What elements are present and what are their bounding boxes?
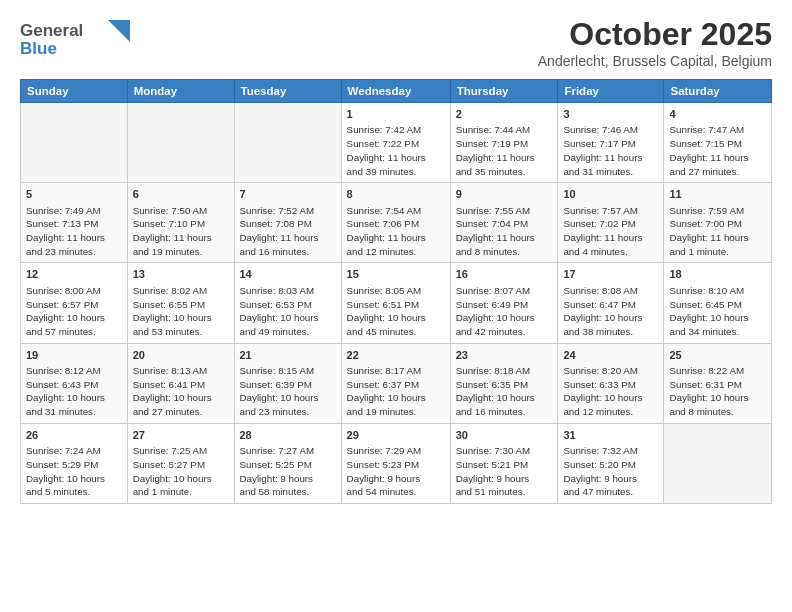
- calendar-cell-w2-d1: 5Sunrise: 7:49 AM Sunset: 7:13 PM Daylig…: [21, 183, 128, 263]
- day-info: Sunrise: 7:55 AM Sunset: 7:04 PM Dayligh…: [456, 204, 553, 259]
- day-number: 11: [669, 187, 766, 202]
- day-info: Sunrise: 8:00 AM Sunset: 6:57 PM Dayligh…: [26, 284, 122, 339]
- day-info: Sunrise: 7:47 AM Sunset: 7:15 PM Dayligh…: [669, 123, 766, 178]
- day-info: Sunrise: 7:24 AM Sunset: 5:29 PM Dayligh…: [26, 444, 122, 499]
- calendar-week-5: 26Sunrise: 7:24 AM Sunset: 5:29 PM Dayli…: [21, 423, 772, 503]
- calendar-cell-w1-d7: 4Sunrise: 7:47 AM Sunset: 7:15 PM Daylig…: [664, 103, 772, 183]
- day-info: Sunrise: 7:59 AM Sunset: 7:00 PM Dayligh…: [669, 204, 766, 259]
- day-info: Sunrise: 7:25 AM Sunset: 5:27 PM Dayligh…: [133, 444, 229, 499]
- calendar-cell-w2-d5: 9Sunrise: 7:55 AM Sunset: 7:04 PM Daylig…: [450, 183, 558, 263]
- day-number: 2: [456, 107, 553, 122]
- calendar-cell-w5-d1: 26Sunrise: 7:24 AM Sunset: 5:29 PM Dayli…: [21, 423, 128, 503]
- day-number: 16: [456, 267, 553, 282]
- calendar-cell-w3-d4: 15Sunrise: 8:05 AM Sunset: 6:51 PM Dayli…: [341, 263, 450, 343]
- logo: General Blue: [20, 16, 130, 64]
- col-tuesday: Tuesday: [234, 80, 341, 103]
- header: General Blue October 2025 Anderlecht, Br…: [20, 16, 772, 69]
- calendar-week-1: 1Sunrise: 7:42 AM Sunset: 7:22 PM Daylig…: [21, 103, 772, 183]
- calendar-cell-w3-d1: 12Sunrise: 8:00 AM Sunset: 6:57 PM Dayli…: [21, 263, 128, 343]
- calendar-cell-w4-d7: 25Sunrise: 8:22 AM Sunset: 6:31 PM Dayli…: [664, 343, 772, 423]
- col-wednesday: Wednesday: [341, 80, 450, 103]
- day-number: 21: [240, 348, 336, 363]
- day-number: 26: [26, 428, 122, 443]
- calendar-cell-w1-d6: 3Sunrise: 7:46 AM Sunset: 7:17 PM Daylig…: [558, 103, 664, 183]
- month-title: October 2025: [538, 16, 772, 53]
- calendar-cell-w4-d5: 23Sunrise: 8:18 AM Sunset: 6:35 PM Dayli…: [450, 343, 558, 423]
- calendar-cell-w2-d4: 8Sunrise: 7:54 AM Sunset: 7:06 PM Daylig…: [341, 183, 450, 263]
- location: Anderlecht, Brussels Capital, Belgium: [538, 53, 772, 69]
- day-info: Sunrise: 8:15 AM Sunset: 6:39 PM Dayligh…: [240, 364, 336, 419]
- page: General Blue October 2025 Anderlecht, Br…: [0, 0, 792, 516]
- day-number: 23: [456, 348, 553, 363]
- calendar-cell-w2-d3: 7Sunrise: 7:52 AM Sunset: 7:08 PM Daylig…: [234, 183, 341, 263]
- calendar-cell-w4-d6: 24Sunrise: 8:20 AM Sunset: 6:33 PM Dayli…: [558, 343, 664, 423]
- calendar-cell-w5-d2: 27Sunrise: 7:25 AM Sunset: 5:27 PM Dayli…: [127, 423, 234, 503]
- title-block: October 2025 Anderlecht, Brussels Capita…: [538, 16, 772, 69]
- day-info: Sunrise: 8:13 AM Sunset: 6:41 PM Dayligh…: [133, 364, 229, 419]
- day-number: 4: [669, 107, 766, 122]
- col-sunday: Sunday: [21, 80, 128, 103]
- day-info: Sunrise: 7:49 AM Sunset: 7:13 PM Dayligh…: [26, 204, 122, 259]
- calendar-cell-w3-d2: 13Sunrise: 8:02 AM Sunset: 6:55 PM Dayli…: [127, 263, 234, 343]
- calendar-cell-w1-d4: 1Sunrise: 7:42 AM Sunset: 7:22 PM Daylig…: [341, 103, 450, 183]
- calendar-week-4: 19Sunrise: 8:12 AM Sunset: 6:43 PM Dayli…: [21, 343, 772, 423]
- day-number: 3: [563, 107, 658, 122]
- day-number: 13: [133, 267, 229, 282]
- day-number: 14: [240, 267, 336, 282]
- day-number: 22: [347, 348, 445, 363]
- day-info: Sunrise: 8:05 AM Sunset: 6:51 PM Dayligh…: [347, 284, 445, 339]
- calendar-cell-w3-d3: 14Sunrise: 8:03 AM Sunset: 6:53 PM Dayli…: [234, 263, 341, 343]
- svg-text:Blue: Blue: [20, 39, 57, 58]
- day-info: Sunrise: 7:50 AM Sunset: 7:10 PM Dayligh…: [133, 204, 229, 259]
- calendar-cell-w2-d2: 6Sunrise: 7:50 AM Sunset: 7:10 PM Daylig…: [127, 183, 234, 263]
- day-number: 1: [347, 107, 445, 122]
- day-number: 19: [26, 348, 122, 363]
- col-monday: Monday: [127, 80, 234, 103]
- day-info: Sunrise: 8:10 AM Sunset: 6:45 PM Dayligh…: [669, 284, 766, 339]
- day-info: Sunrise: 8:02 AM Sunset: 6:55 PM Dayligh…: [133, 284, 229, 339]
- col-thursday: Thursday: [450, 80, 558, 103]
- day-info: Sunrise: 7:44 AM Sunset: 7:19 PM Dayligh…: [456, 123, 553, 178]
- day-number: 24: [563, 348, 658, 363]
- calendar-cell-w4-d2: 20Sunrise: 8:13 AM Sunset: 6:41 PM Dayli…: [127, 343, 234, 423]
- day-number: 6: [133, 187, 229, 202]
- calendar-table: Sunday Monday Tuesday Wednesday Thursday…: [20, 79, 772, 504]
- calendar-cell-w1-d1: [21, 103, 128, 183]
- day-number: 30: [456, 428, 553, 443]
- calendar-cell-w3-d5: 16Sunrise: 8:07 AM Sunset: 6:49 PM Dayli…: [450, 263, 558, 343]
- day-number: 15: [347, 267, 445, 282]
- calendar-week-3: 12Sunrise: 8:00 AM Sunset: 6:57 PM Dayli…: [21, 263, 772, 343]
- day-number: 10: [563, 187, 658, 202]
- day-info: Sunrise: 7:52 AM Sunset: 7:08 PM Dayligh…: [240, 204, 336, 259]
- col-friday: Friday: [558, 80, 664, 103]
- calendar-cell-w1-d2: [127, 103, 234, 183]
- day-info: Sunrise: 7:42 AM Sunset: 7:22 PM Dayligh…: [347, 123, 445, 178]
- svg-text:General: General: [20, 21, 83, 40]
- calendar-cell-w1-d5: 2Sunrise: 7:44 AM Sunset: 7:19 PM Daylig…: [450, 103, 558, 183]
- day-number: 31: [563, 428, 658, 443]
- calendar-week-2: 5Sunrise: 7:49 AM Sunset: 7:13 PM Daylig…: [21, 183, 772, 263]
- calendar-cell-w5-d3: 28Sunrise: 7:27 AM Sunset: 5:25 PM Dayli…: [234, 423, 341, 503]
- day-info: Sunrise: 7:46 AM Sunset: 7:17 PM Dayligh…: [563, 123, 658, 178]
- day-info: Sunrise: 8:17 AM Sunset: 6:37 PM Dayligh…: [347, 364, 445, 419]
- day-number: 9: [456, 187, 553, 202]
- day-info: Sunrise: 8:20 AM Sunset: 6:33 PM Dayligh…: [563, 364, 658, 419]
- calendar-cell-w5-d6: 31Sunrise: 7:32 AM Sunset: 5:20 PM Dayli…: [558, 423, 664, 503]
- day-info: Sunrise: 8:22 AM Sunset: 6:31 PM Dayligh…: [669, 364, 766, 419]
- calendar-cell-w5-d4: 29Sunrise: 7:29 AM Sunset: 5:23 PM Dayli…: [341, 423, 450, 503]
- day-number: 20: [133, 348, 229, 363]
- day-number: 25: [669, 348, 766, 363]
- day-number: 7: [240, 187, 336, 202]
- calendar-cell-w4-d3: 21Sunrise: 8:15 AM Sunset: 6:39 PM Dayli…: [234, 343, 341, 423]
- day-info: Sunrise: 7:29 AM Sunset: 5:23 PM Dayligh…: [347, 444, 445, 499]
- day-number: 5: [26, 187, 122, 202]
- day-number: 29: [347, 428, 445, 443]
- svg-marker-0: [108, 20, 130, 42]
- day-info: Sunrise: 8:08 AM Sunset: 6:47 PM Dayligh…: [563, 284, 658, 339]
- day-info: Sunrise: 7:32 AM Sunset: 5:20 PM Dayligh…: [563, 444, 658, 499]
- day-info: Sunrise: 7:57 AM Sunset: 7:02 PM Dayligh…: [563, 204, 658, 259]
- calendar-cell-w2-d6: 10Sunrise: 7:57 AM Sunset: 7:02 PM Dayli…: [558, 183, 664, 263]
- day-number: 27: [133, 428, 229, 443]
- logo-text: General Blue: [20, 16, 130, 64]
- day-number: 17: [563, 267, 658, 282]
